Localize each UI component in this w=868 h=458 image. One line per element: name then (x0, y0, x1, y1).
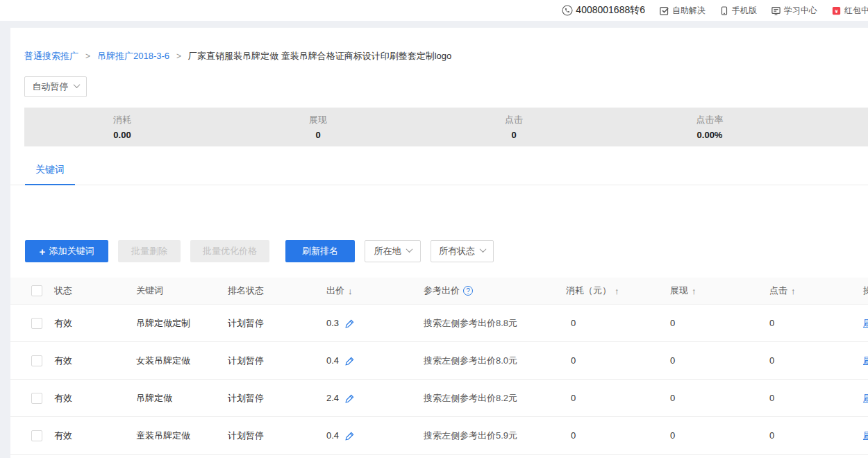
topbar-item-2[interactable]: 学习中心 (771, 5, 817, 17)
refresh-ranking-button[interactable]: 刷新排名 (285, 240, 355, 262)
breadcrumb-separator: > (85, 51, 90, 61)
header-rank-status[interactable]: 排名状态 (228, 285, 326, 297)
edit-bid-icon[interactable] (344, 393, 356, 404)
stat-label: 点击率 (612, 114, 808, 126)
table-row: 有效吊牌定做计划暂停2.4搜索左侧参考出价8.2元000刷新排名 (10, 380, 868, 417)
breadcrumb-link[interactable]: 吊牌推广2018-3-6 (97, 50, 169, 62)
check-square-icon (659, 6, 669, 16)
status-filter-dropdown[interactable]: 所有状态 (431, 240, 494, 262)
plus-icon: + (40, 246, 46, 257)
cell-keyword: 女装吊牌定做 (136, 355, 228, 367)
topbar-item-label: 自助解决 (672, 5, 706, 17)
edit-bid-icon[interactable] (344, 430, 356, 441)
table-row: 有效童装吊牌定做计划暂停0.4搜索左侧参考出价5.9元000刷新排名 (10, 417, 868, 455)
header-keyword[interactable]: 关键词 (136, 285, 228, 297)
cell-impressions: 0 (670, 318, 769, 328)
batch-optimize-price-button[interactable]: 批量优化价格 (190, 240, 269, 262)
keywords-table: 状态 关键词 排名状态 出价↓ 参考出价? 消耗（元）↑ 展现↑ 点击↑ 操作 … (10, 278, 868, 455)
chevron-down-icon (73, 81, 80, 88)
cell-ref-bid: 搜索左侧参考出价8.2元 (424, 392, 566, 405)
edit-bid-icon[interactable] (344, 355, 356, 366)
select-all-checkbox[interactable] (31, 285, 42, 296)
refresh-rank-link[interactable]: 刷新排名 (863, 318, 868, 328)
table-header: 状态 关键词 排名状态 出价↓ 参考出价? 消耗（元）↑ 展现↑ 点击↑ 操作 (10, 278, 868, 305)
location-filter-dropdown[interactable]: 所在地 (365, 240, 421, 262)
stat-label: 点击 (416, 114, 612, 126)
cell-bid: 2.4 (326, 393, 339, 403)
refresh-rank-link[interactable]: 刷新排名 (863, 393, 868, 403)
refresh-rank-link[interactable]: 刷新排名 (863, 355, 868, 366)
stat-value: 0.00 (24, 130, 220, 140)
cell-keyword: 童装吊牌定做 (136, 430, 228, 442)
breadcrumb: 普通搜索推广>吊牌推广2018-3-6>厂家直销服装吊牌定做 童装吊牌合格证商标… (24, 50, 451, 62)
cell-cost: 0 (566, 430, 670, 441)
content-card: 普通搜索推广>吊牌推广2018-3-6>厂家直销服装吊牌定做 童装吊牌合格证商标… (10, 28, 868, 458)
row-checkbox[interactable] (31, 355, 42, 366)
add-keyword-button[interactable]: +添加关键词 (25, 240, 108, 262)
chevron-down-icon (406, 246, 412, 253)
header-impressions[interactable]: 展现↑ (670, 285, 769, 297)
stat-label: 消耗 (24, 114, 220, 126)
cell-bid: 0.3 (326, 318, 339, 328)
row-checkbox[interactable] (31, 430, 42, 441)
tab-row: 关键词 (10, 162, 868, 185)
cell-impressions: 0 (670, 393, 769, 403)
header-bid[interactable]: 出价↓ (326, 285, 424, 297)
stat-value: 0 (220, 130, 416, 140)
cell-status: 有效 (54, 317, 136, 330)
row-checkbox[interactable] (31, 393, 42, 404)
breadcrumb-link[interactable]: 普通搜索推广 (24, 50, 78, 62)
cell-clicks: 0 (769, 430, 863, 441)
breadcrumb-current: 厂家直销服装吊牌定做 童装吊牌合格证商标设计印刷整套定制logo (188, 50, 451, 62)
cell-ref-bid: 搜索左侧参考出价5.9元 (424, 430, 566, 442)
sort-asc-icon: ↑ (791, 286, 796, 296)
toolbar: +添加关键词 批量删除 批量优化价格 刷新排名 所在地 所有状态 (10, 240, 868, 262)
sort-asc-icon: ↑ (692, 286, 696, 296)
batch-delete-button[interactable]: 批量删除 (118, 240, 181, 262)
phone-icon (562, 5, 573, 16)
cell-cost: 0 (566, 355, 670, 366)
topbar-item-1[interactable]: 手机版 (719, 5, 757, 17)
row-checkbox[interactable] (31, 318, 42, 329)
stat-3: 点击率0.00% (612, 108, 808, 146)
topbar-item-0[interactable]: 自助解决 (659, 5, 706, 17)
stat-0: 消耗0.00 (24, 108, 220, 146)
topbar-item-label: 红包中心 (844, 5, 868, 17)
cell-bid: 0.4 (326, 430, 339, 441)
status-filter-label: 所有状态 (439, 245, 475, 257)
cell-status: 有效 (54, 355, 136, 367)
auto-pause-dropdown[interactable]: 自动暂停 (24, 76, 87, 97)
header-clicks[interactable]: 点击↑ (769, 285, 863, 297)
cell-keyword: 吊牌定做定制 (136, 317, 228, 330)
header-actions: 操作 (863, 285, 868, 297)
stat-1: 展现0 (220, 108, 416, 146)
cell-clicks: 0 (769, 393, 863, 403)
cell-rank-status: 计划暂停 (228, 430, 326, 442)
svg-text:¥: ¥ (835, 8, 838, 14)
auto-pause-label: 自动暂停 (33, 80, 69, 93)
cell-impressions: 0 (670, 430, 769, 441)
table-row: 有效吊牌定做定制计划暂停0.3搜索左侧参考出价8.8元000刷新排名 (10, 305, 868, 342)
header-ref-bid[interactable]: 参考出价? (424, 285, 566, 297)
topbar-item-3[interactable]: ¥红包中心 (831, 5, 868, 17)
cell-bid: 0.4 (326, 355, 339, 366)
tab-keywords[interactable]: 关键词 (25, 162, 75, 185)
help-icon[interactable]: ? (463, 286, 473, 296)
cell-cost: 0 (566, 318, 670, 328)
cell-impressions: 0 (670, 355, 769, 366)
cell-ref-bid: 搜索左侧参考出价8.0元 (424, 355, 566, 367)
cell-status: 有效 (54, 392, 136, 405)
stats-bar: 消耗0.00展现0点击0点击率0.00% (24, 108, 868, 146)
chevron-down-icon (480, 246, 487, 253)
stat-2: 点击0 (416, 108, 612, 146)
header-status[interactable]: 状态 (54, 285, 136, 297)
top-bar: 4008001688转6 自助解决手机版学习中心¥红包中心 (0, 0, 868, 21)
cell-status: 有效 (54, 430, 136, 442)
refresh-rank-link[interactable]: 刷新排名 (863, 430, 868, 441)
cell-keyword: 吊牌定做 (136, 392, 228, 405)
mobile-icon (719, 6, 729, 16)
table-row: 有效女装吊牌定做计划暂停0.4搜索左侧参考出价8.0元000刷新排名 (10, 342, 868, 380)
header-cost[interactable]: 消耗（元）↑ (566, 285, 670, 297)
edit-bid-icon[interactable] (344, 318, 356, 329)
red-packet-icon: ¥ (831, 6, 842, 16)
